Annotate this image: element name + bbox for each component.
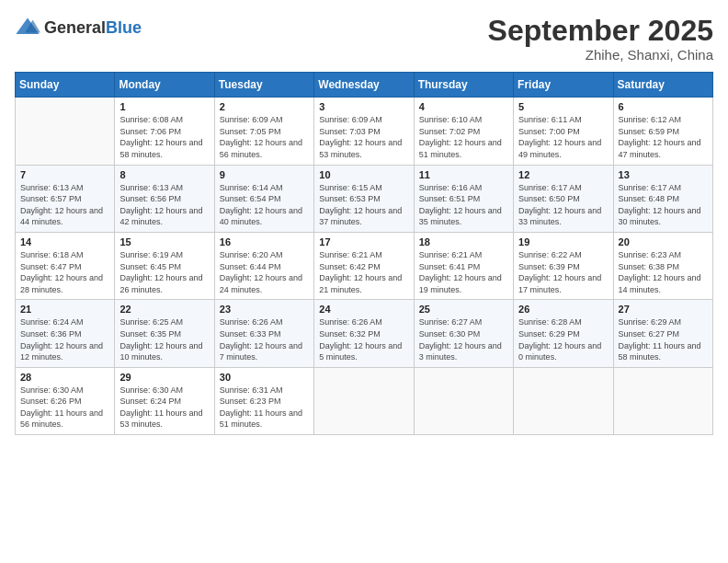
calendar-day-cell: 1Sunrise: 6:08 AMSunset: 7:06 PMDaylight… xyxy=(115,98,214,165)
day-number: 28 xyxy=(20,372,109,383)
day-info: Sunrise: 6:25 AMSunset: 6:35 PMDaylight:… xyxy=(119,316,209,362)
day-info: Sunrise: 6:17 AMSunset: 6:48 PMDaylight:… xyxy=(619,182,708,228)
day-info: Sunrise: 6:10 AMSunset: 7:02 PMDaylight:… xyxy=(419,114,508,160)
day-number: 15 xyxy=(119,236,209,247)
day-info: Sunrise: 6:09 AMSunset: 7:03 PMDaylight:… xyxy=(319,114,408,160)
logo-icon xyxy=(15,15,40,40)
day-number: 14 xyxy=(20,236,109,247)
day-info: Sunrise: 6:09 AMSunset: 7:05 PMDaylight:… xyxy=(220,114,309,160)
day-info: Sunrise: 6:17 AMSunset: 6:50 PMDaylight:… xyxy=(518,182,608,228)
page-header: GeneralBlue September 2025 Zhihe, Shanxi… xyxy=(15,15,713,63)
calendar-day-cell: 14Sunrise: 6:18 AMSunset: 6:47 PMDayligh… xyxy=(16,232,115,299)
calendar-day-cell xyxy=(314,367,414,434)
day-number: 16 xyxy=(220,236,309,247)
day-number: 22 xyxy=(119,304,209,315)
day-number: 1 xyxy=(119,101,209,112)
calendar-header-row: SundayMondayTuesdayWednesdayThursdayFrid… xyxy=(16,73,713,98)
day-info: Sunrise: 6:18 AMSunset: 6:47 PMDaylight:… xyxy=(20,249,109,295)
day-info: Sunrise: 6:26 AMSunset: 6:33 PMDaylight:… xyxy=(220,316,309,362)
day-info: Sunrise: 6:08 AMSunset: 7:06 PMDaylight:… xyxy=(119,114,209,160)
day-number: 19 xyxy=(518,236,608,247)
logo-blue: Blue xyxy=(106,18,142,37)
day-info: Sunrise: 6:31 AMSunset: 6:23 PMDaylight:… xyxy=(220,385,309,431)
day-info: Sunrise: 6:13 AMSunset: 6:56 PMDaylight:… xyxy=(119,182,209,228)
day-number: 24 xyxy=(319,304,408,315)
calendar-day-cell: 7Sunrise: 6:13 AMSunset: 6:57 PMDaylight… xyxy=(16,165,115,232)
day-info: Sunrise: 6:11 AMSunset: 7:00 PMDaylight:… xyxy=(518,114,608,160)
day-number: 12 xyxy=(518,169,608,180)
day-number: 20 xyxy=(619,236,708,247)
day-of-week-header: Friday xyxy=(514,73,613,98)
day-of-week-header: Thursday xyxy=(414,73,513,98)
calendar-day-cell: 6Sunrise: 6:12 AMSunset: 6:59 PMDaylight… xyxy=(613,98,712,165)
day-info: Sunrise: 6:21 AMSunset: 6:42 PMDaylight:… xyxy=(319,249,408,295)
day-number: 8 xyxy=(119,169,209,180)
calendar-day-cell: 15Sunrise: 6:19 AMSunset: 6:45 PMDayligh… xyxy=(115,232,214,299)
calendar-day-cell: 11Sunrise: 6:16 AMSunset: 6:51 PMDayligh… xyxy=(414,165,513,232)
day-info: Sunrise: 6:16 AMSunset: 6:51 PMDaylight:… xyxy=(419,182,508,228)
location-title: Zhihe, Shanxi, China xyxy=(488,47,713,63)
calendar-week-row: 28Sunrise: 6:30 AMSunset: 6:26 PMDayligh… xyxy=(16,367,713,434)
calendar-body: 1Sunrise: 6:08 AMSunset: 7:06 PMDaylight… xyxy=(16,98,713,435)
calendar-day-cell: 16Sunrise: 6:20 AMSunset: 6:44 PMDayligh… xyxy=(214,232,313,299)
day-number: 7 xyxy=(20,169,109,180)
calendar-day-cell xyxy=(514,367,613,434)
calendar-day-cell: 18Sunrise: 6:21 AMSunset: 6:41 PMDayligh… xyxy=(414,232,513,299)
day-info: Sunrise: 6:29 AMSunset: 6:27 PMDaylight:… xyxy=(619,316,708,362)
day-number: 18 xyxy=(419,236,508,247)
day-info: Sunrise: 6:24 AMSunset: 6:36 PMDaylight:… xyxy=(20,316,109,362)
day-info: Sunrise: 6:14 AMSunset: 6:54 PMDaylight:… xyxy=(220,182,309,228)
calendar-day-cell: 27Sunrise: 6:29 AMSunset: 6:27 PMDayligh… xyxy=(613,300,712,367)
calendar-day-cell xyxy=(414,367,513,434)
calendar-day-cell: 8Sunrise: 6:13 AMSunset: 6:56 PMDaylight… xyxy=(115,165,214,232)
day-number: 10 xyxy=(319,169,408,180)
day-number: 13 xyxy=(619,169,708,180)
logo: GeneralBlue xyxy=(15,15,142,40)
calendar-day-cell: 17Sunrise: 6:21 AMSunset: 6:42 PMDayligh… xyxy=(314,232,414,299)
day-info: Sunrise: 6:13 AMSunset: 6:57 PMDaylight:… xyxy=(20,182,109,228)
day-of-week-header: Monday xyxy=(115,73,214,98)
calendar-day-cell xyxy=(613,367,712,434)
day-info: Sunrise: 6:19 AMSunset: 6:45 PMDaylight:… xyxy=(119,249,209,295)
day-number: 5 xyxy=(518,101,608,112)
day-of-week-header: Saturday xyxy=(613,73,712,98)
day-info: Sunrise: 6:30 AMSunset: 6:24 PMDaylight:… xyxy=(119,385,209,431)
day-info: Sunrise: 6:20 AMSunset: 6:44 PMDaylight:… xyxy=(220,249,309,295)
day-number: 6 xyxy=(619,101,708,112)
calendar-day-cell: 21Sunrise: 6:24 AMSunset: 6:36 PMDayligh… xyxy=(16,300,115,367)
day-info: Sunrise: 6:30 AMSunset: 6:26 PMDaylight:… xyxy=(20,385,109,431)
calendar-week-row: 1Sunrise: 6:08 AMSunset: 7:06 PMDaylight… xyxy=(16,98,713,165)
calendar-day-cell: 2Sunrise: 6:09 AMSunset: 7:05 PMDaylight… xyxy=(214,98,313,165)
day-of-week-header: Tuesday xyxy=(214,73,313,98)
day-info: Sunrise: 6:21 AMSunset: 6:41 PMDaylight:… xyxy=(419,249,508,295)
calendar-day-cell: 23Sunrise: 6:26 AMSunset: 6:33 PMDayligh… xyxy=(214,300,313,367)
day-number: 17 xyxy=(319,236,408,247)
calendar-week-row: 7Sunrise: 6:13 AMSunset: 6:57 PMDaylight… xyxy=(16,165,713,232)
day-number: 29 xyxy=(119,372,209,383)
day-number: 27 xyxy=(619,304,708,315)
day-number: 4 xyxy=(419,101,508,112)
day-number: 9 xyxy=(220,169,309,180)
day-number: 3 xyxy=(319,101,408,112)
day-info: Sunrise: 6:26 AMSunset: 6:32 PMDaylight:… xyxy=(319,316,408,362)
calendar-day-cell: 12Sunrise: 6:17 AMSunset: 6:50 PMDayligh… xyxy=(514,165,613,232)
calendar-table: SundayMondayTuesdayWednesdayThursdayFrid… xyxy=(15,72,713,435)
day-number: 11 xyxy=(419,169,508,180)
calendar-day-cell: 3Sunrise: 6:09 AMSunset: 7:03 PMDaylight… xyxy=(314,98,414,165)
calendar-day-cell: 20Sunrise: 6:23 AMSunset: 6:38 PMDayligh… xyxy=(613,232,712,299)
calendar-day-cell: 13Sunrise: 6:17 AMSunset: 6:48 PMDayligh… xyxy=(613,165,712,232)
calendar-day-cell: 19Sunrise: 6:22 AMSunset: 6:39 PMDayligh… xyxy=(514,232,613,299)
calendar-day-cell: 10Sunrise: 6:15 AMSunset: 6:53 PMDayligh… xyxy=(314,165,414,232)
day-info: Sunrise: 6:22 AMSunset: 6:39 PMDaylight:… xyxy=(518,249,608,295)
day-number: 23 xyxy=(220,304,309,315)
title-section: September 2025 Zhihe, Shanxi, China xyxy=(488,15,713,63)
logo-text: GeneralBlue xyxy=(44,18,142,38)
calendar-day-cell: 22Sunrise: 6:25 AMSunset: 6:35 PMDayligh… xyxy=(115,300,214,367)
day-number: 25 xyxy=(419,304,508,315)
calendar-day-cell: 5Sunrise: 6:11 AMSunset: 7:00 PMDaylight… xyxy=(514,98,613,165)
day-of-week-header: Sunday xyxy=(16,73,115,98)
calendar-day-cell: 9Sunrise: 6:14 AMSunset: 6:54 PMDaylight… xyxy=(214,165,313,232)
calendar-day-cell: 4Sunrise: 6:10 AMSunset: 7:02 PMDaylight… xyxy=(414,98,513,165)
day-info: Sunrise: 6:23 AMSunset: 6:38 PMDaylight:… xyxy=(619,249,708,295)
calendar-day-cell xyxy=(16,98,115,165)
